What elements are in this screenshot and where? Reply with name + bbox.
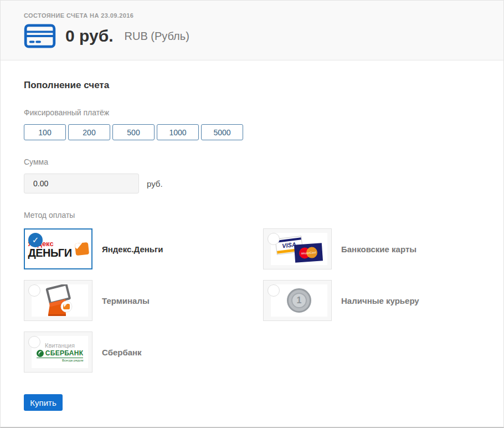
amount-row: руб. (24, 174, 480, 193)
balance-row: 0 руб. RUB (Рубль) (24, 24, 480, 48)
account-page: СОСТОЯНИЕ СЧЕТА НА 23.09.2016 0 руб. RUB… (0, 0, 504, 428)
fixed-amount-button-200[interactable]: 200 (68, 124, 110, 140)
method-label-yandex-money: Яндекс.Деньги (102, 244, 163, 254)
balance-panel: СОСТОЯНИЕ СЧЕТА НА 23.09.2016 0 руб. RUB… (1, 1, 503, 60)
topup-title: Пополнение счета (24, 80, 480, 91)
topup-section: Пополнение счета Фиксированный платёж 10… (1, 60, 503, 411)
method-card-terminals[interactable] (24, 280, 92, 321)
dengi-logo-text: ДЕНЬГИ (28, 247, 71, 258)
payment-methods-grid: ✓ Яндекс ДЕНЬГИ Яндекс.Деньги (24, 228, 480, 373)
account-status-label: СОСТОЯНИЕ СЧЕТА НА 23.09.2016 (24, 12, 480, 19)
method-label-bank-cards: Банковские карты (341, 244, 416, 254)
method-bank-cards: VISA MasterCard (263, 228, 502, 269)
method-label-sberbank: Сбербанк (102, 348, 142, 357)
amount-label: Сумма (24, 157, 480, 166)
method-card-sberbank[interactable]: Квитанция СБЕРБАНК Всегда рядом (24, 332, 92, 373)
radio-icon (28, 284, 40, 297)
method-yandex-money: ✓ Яндекс ДЕНЬГИ Яндекс.Деньги (24, 228, 263, 269)
payment-method-label: Метод оплаты (24, 211, 480, 220)
method-label-cash-courier: Наличные курьеру (341, 296, 419, 305)
radio-icon (28, 336, 40, 348)
amount-input[interactable] (24, 174, 139, 193)
sberbank-receipt-text: Квитанция (37, 342, 84, 349)
buy-button[interactable]: Купить (24, 394, 63, 411)
method-sberbank: Квитанция СБЕРБАНК Всегда рядом Сбербанк (24, 332, 263, 373)
method-cash-courier: 1 Наличные курьеру (263, 280, 502, 321)
method-label-terminals: Терминалы (102, 296, 150, 305)
balance-currency: RUB (Рубль) (125, 30, 189, 43)
method-card-yandex-money[interactable]: ✓ Яндекс ДЕНЬГИ (24, 228, 92, 269)
fixed-amount-button-100[interactable]: 100 (24, 124, 66, 140)
sberbank-mark-icon (37, 350, 44, 357)
radio-icon (268, 284, 280, 297)
check-icon: ✓ (28, 233, 43, 247)
fixed-amount-button-1000[interactable]: 1000 (157, 124, 199, 140)
balance-amount: 0 руб. (65, 27, 114, 45)
sberbank-tagline-text: Всегда рядом (37, 359, 84, 363)
wallet-icon (74, 242, 89, 256)
sberbank-name-text: СБЕРБАНК (45, 350, 84, 357)
fixed-amounts-group: 100 200 500 1000 5000 (24, 124, 480, 140)
method-card-bank-cards[interactable]: VISA MasterCard (263, 228, 332, 269)
fixed-amount-button-500[interactable]: 500 (112, 124, 155, 140)
credit-card-icon (24, 24, 56, 48)
coin-digit: 1 (291, 293, 307, 308)
radio-icon (268, 233, 280, 245)
fixed-payment-label: Фиксированный платёж (24, 108, 480, 117)
amount-suffix: руб. (147, 179, 163, 188)
fixed-amount-button-5000[interactable]: 5000 (201, 124, 243, 140)
method-terminals: Терминалы (24, 280, 263, 321)
method-card-cash-courier[interactable]: 1 (263, 280, 332, 321)
mastercard-logo: MasterCard (294, 243, 323, 262)
